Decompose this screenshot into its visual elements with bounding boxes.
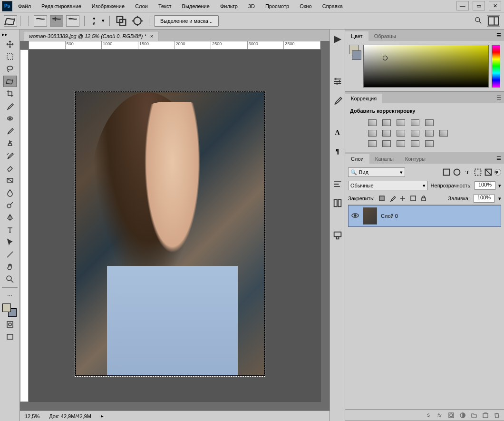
menu-layers[interactable]: Слои	[130, 1, 153, 11]
canvas-viewport[interactable]	[29, 49, 321, 402]
tab-corrections[interactable]: Коррекция	[345, 94, 382, 103]
panel-menu-icon[interactable]: ☰	[496, 95, 501, 101]
foreground-color-swatch[interactable]	[2, 304, 11, 312]
layer-thumbnail[interactable]	[363, 207, 377, 225]
lock-transparency-icon[interactable]	[378, 195, 385, 202]
menu-view[interactable]: Просмотр	[261, 1, 294, 11]
delete-layer-icon[interactable]	[494, 412, 500, 419]
link-layers-icon[interactable]	[425, 412, 432, 419]
history-panel-icon[interactable]	[332, 34, 343, 45]
tab-paths[interactable]: Контуры	[399, 154, 431, 164]
group-layers-icon[interactable]	[471, 412, 477, 419]
tab-channels[interactable]: Каналы	[369, 154, 399, 164]
pen-tool-icon[interactable]	[3, 212, 17, 223]
toolbox-collapse-icon[interactable]: ▸▸	[0, 31, 10, 38]
select-and-mask-button[interactable]: Выделение и маска...	[154, 15, 219, 27]
layer-filter-select[interactable]: 🔍 Вид ▾	[348, 167, 405, 177]
canvas-image[interactable]	[76, 92, 264, 375]
filter-pixel-icon[interactable]	[442, 168, 451, 176]
menu-file[interactable]: Файл	[13, 1, 36, 11]
invert-icon[interactable]	[368, 140, 377, 147]
menu-filter[interactable]: Фильтр	[215, 1, 242, 11]
hue-slider[interactable]	[492, 45, 500, 88]
properties-panel-icon[interactable]	[332, 179, 343, 189]
tab-swatches[interactable]: Образцы	[368, 31, 402, 41]
visibility-toggle-icon[interactable]	[351, 213, 359, 219]
path-selection-tool-icon[interactable]	[3, 236, 17, 248]
gradient-map-icon[interactable]	[411, 140, 419, 147]
brush-dot-icon[interactable]: •	[93, 15, 96, 22]
blur-tool-icon[interactable]	[3, 187, 17, 198]
document-tab[interactable]: woman-3083389.jpg @ 12,5% (Слой 0, RGB/8…	[24, 31, 158, 41]
type-tool-icon[interactable]	[3, 224, 17, 235]
dodge-tool-icon[interactable]	[3, 199, 17, 211]
bg-swatch-mini[interactable]	[352, 50, 361, 60]
curves-icon[interactable]	[397, 119, 405, 126]
brush-tool-icon[interactable]	[3, 125, 17, 137]
filter-toggle-icon[interactable]	[494, 169, 501, 176]
new-selection-icon[interactable]	[34, 15, 47, 27]
adjustment-layer-icon[interactable]	[459, 412, 466, 419]
screen-mode-icon[interactable]	[3, 331, 17, 343]
exposure-icon[interactable]	[411, 119, 419, 126]
layer-name[interactable]: Слой 0	[381, 213, 398, 219]
current-tool-icon[interactable]	[4, 15, 17, 27]
line-tool-icon[interactable]	[3, 249, 17, 260]
menu-edit[interactable]: Редактирование	[37, 1, 86, 11]
hand-tool-icon[interactable]	[3, 261, 17, 273]
lock-position-icon[interactable]	[399, 195, 406, 202]
lock-all-icon[interactable]	[420, 195, 427, 202]
move-tool-icon[interactable]	[3, 39, 17, 50]
color-field[interactable]	[363, 45, 489, 88]
filter-smart-icon[interactable]	[484, 168, 493, 176]
brightness-contrast-icon[interactable]	[368, 119, 377, 126]
sample-all-layers-icon[interactable]	[115, 15, 128, 27]
vibrance-icon[interactable]	[425, 119, 434, 126]
filter-adjustment-icon[interactable]	[453, 168, 461, 176]
brush-dropdown-icon[interactable]: ▾	[102, 18, 105, 24]
eyedropper-tool-icon[interactable]	[3, 100, 17, 112]
edit-toolbar-icon[interactable]: ⋯	[3, 290, 17, 302]
subtract-selection-icon[interactable]	[66, 15, 79, 27]
panel-menu-icon[interactable]: ☰	[496, 32, 501, 39]
layer-mask-icon[interactable]	[448, 412, 455, 419]
doc-size-label[interactable]: Док: 42,9М/42,9М	[49, 413, 91, 419]
selective-color-icon[interactable]	[425, 140, 434, 147]
history-brush-tool-icon[interactable]	[3, 150, 17, 161]
blend-mode-select[interactable]: Обычные▾	[348, 181, 428, 190]
close-button[interactable]: ✕	[489, 1, 501, 10]
paragraph-panel-icon[interactable]: ¶	[332, 147, 343, 157]
zoom-level[interactable]: 12,5%	[25, 413, 39, 419]
quick-mask-icon[interactable]	[3, 319, 17, 330]
libraries-panel-icon[interactable]	[332, 198, 343, 208]
quick-selection-tool-icon[interactable]	[3, 76, 17, 87]
new-layer-icon[interactable]	[482, 412, 489, 419]
lock-image-icon[interactable]	[389, 195, 396, 202]
minimize-button[interactable]: —	[456, 1, 469, 10]
eraser-tool-icon[interactable]	[3, 162, 17, 174]
channel-mixer-icon[interactable]	[425, 130, 434, 137]
character-panel-icon[interactable]: A	[332, 127, 343, 138]
color-cursor-icon[interactable]	[383, 56, 388, 60]
workspace-switcher-icon[interactable]	[487, 15, 500, 27]
marquee-tool-icon[interactable]	[3, 51, 17, 62]
fill-input[interactable]: 100%	[474, 194, 494, 203]
menu-window[interactable]: Окно	[295, 1, 317, 11]
status-disclosure-icon[interactable]: ▸	[101, 413, 104, 419]
lasso-tool-icon[interactable]	[3, 63, 17, 75]
filter-type-icon[interactable]: T	[463, 168, 472, 176]
menu-image[interactable]: Изображение	[87, 1, 129, 11]
photo-filter-icon[interactable]	[411, 130, 419, 137]
healing-brush-tool-icon[interactable]	[3, 113, 17, 124]
filter-shape-icon[interactable]	[474, 168, 482, 176]
adjustments-panel-icon[interactable]	[332, 76, 343, 87]
layer-style-icon[interactable]: fx	[436, 412, 443, 419]
menu-help[interactable]: Справка	[318, 1, 348, 11]
search-icon[interactable]	[473, 15, 484, 27]
gradient-tool-icon[interactable]	[3, 175, 17, 186]
clone-stamp-tool-icon[interactable]	[3, 137, 17, 149]
color-balance-icon[interactable]	[382, 130, 391, 137]
menu-select[interactable]: Выделение	[177, 1, 214, 11]
black-white-icon[interactable]	[397, 130, 405, 137]
tab-layers[interactable]: Слои	[345, 154, 369, 164]
